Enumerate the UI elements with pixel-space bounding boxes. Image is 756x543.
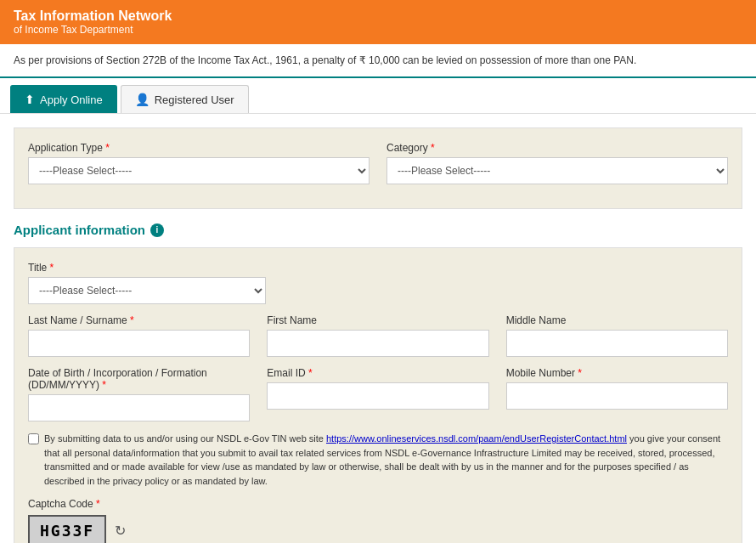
- refresh-captcha-icon[interactable]: ↻: [115, 523, 126, 539]
- mobile-group: Mobile Number *: [506, 367, 728, 421]
- middle-name-label: Middle Name: [506, 314, 728, 326]
- captcha-image: HG33F: [28, 515, 106, 543]
- middle-name-input[interactable]: [506, 330, 728, 357]
- category-select[interactable]: ----Please Select-----: [386, 157, 728, 184]
- consent-checkbox-row: By submitting data to us and/or using ou…: [28, 432, 728, 488]
- application-form-section: Application Type * ----Please Select----…: [14, 127, 742, 209]
- captcha-section: Captcha Code * HG33F ↻: [28, 498, 728, 543]
- tabs-container: ⬆ Apply Online 👤 Registered User: [0, 78, 756, 114]
- tab-registered-user[interactable]: 👤 Registered User: [121, 85, 249, 113]
- apply-online-icon: ⬆: [25, 93, 35, 106]
- email-input[interactable]: [267, 382, 488, 410]
- last-name-input[interactable]: [28, 330, 250, 357]
- captcha-row: HG33F ↻: [28, 515, 728, 543]
- app-type-category-row: Application Type * ----Please Select----…: [28, 142, 728, 184]
- dob-input[interactable]: [28, 394, 250, 421]
- email-label: Email ID *: [267, 367, 488, 379]
- logo: Tax Information Network of Income Tax De…: [14, 8, 172, 36]
- middle-name-group: Middle Name: [506, 314, 728, 357]
- consent-link[interactable]: https://www.onlineservices.nsdl.com/paam…: [326, 433, 627, 444]
- tab-registered-user-label: Registered User: [155, 93, 234, 106]
- warning-text: As per provisions of Section 272B of the…: [14, 54, 636, 66]
- consent-area: By submitting data to us and/or using ou…: [28, 432, 728, 488]
- logo-line1: Tax Information Network: [14, 8, 172, 24]
- info-icon[interactable]: i: [150, 223, 164, 237]
- applicant-section: Title * ----Please Select----- Last Name…: [14, 247, 742, 543]
- logo-line2: of Income Tax Department: [14, 24, 172, 36]
- mobile-label: Mobile Number *: [506, 367, 728, 379]
- title-label: Title *: [28, 262, 266, 274]
- first-name-group: First Name: [267, 314, 488, 357]
- captcha-label: Captcha Code *: [28, 498, 728, 510]
- application-type-select[interactable]: ----Please Select-----: [28, 157, 370, 184]
- main-content: Application Type * ----Please Select----…: [0, 114, 756, 543]
- category-label: Category *: [386, 142, 728, 154]
- last-name-label: Last Name / Surname *: [28, 314, 250, 326]
- title-group: Title * ----Please Select-----: [28, 262, 266, 304]
- warning-bar: As per provisions of Section 272B of the…: [0, 44, 756, 78]
- applicant-info-title: Applicant information i: [14, 223, 742, 237]
- first-name-input[interactable]: [267, 330, 488, 357]
- header: Tax Information Network of Income Tax De…: [0, 0, 756, 44]
- last-name-group: Last Name / Surname *: [28, 314, 250, 357]
- title-select[interactable]: ----Please Select-----: [28, 277, 266, 304]
- consent-checkbox[interactable]: [28, 433, 39, 444]
- tab-apply-online[interactable]: ⬆ Apply Online: [10, 85, 117, 113]
- dob-label: Date of Birth / Incorporation / Formatio…: [28, 367, 250, 391]
- tab-apply-online-label: Apply Online: [40, 93, 103, 106]
- mobile-input[interactable]: [506, 382, 728, 410]
- registered-user-icon: 👤: [135, 93, 150, 106]
- application-type-group: Application Type * ----Please Select----…: [28, 142, 370, 184]
- category-group: Category * ----Please Select-----: [386, 142, 728, 184]
- name-row: Last Name / Surname * First Name Middle …: [28, 314, 728, 357]
- consent-text: By submitting data to us and/or using ou…: [44, 432, 728, 488]
- dob-email-mobile-row: Date of Birth / Incorporation / Formatio…: [28, 367, 728, 421]
- application-type-label: Application Type *: [28, 142, 370, 154]
- dob-group: Date of Birth / Incorporation / Formatio…: [28, 367, 250, 421]
- email-group: Email ID *: [267, 367, 488, 421]
- first-name-label: First Name: [267, 314, 488, 326]
